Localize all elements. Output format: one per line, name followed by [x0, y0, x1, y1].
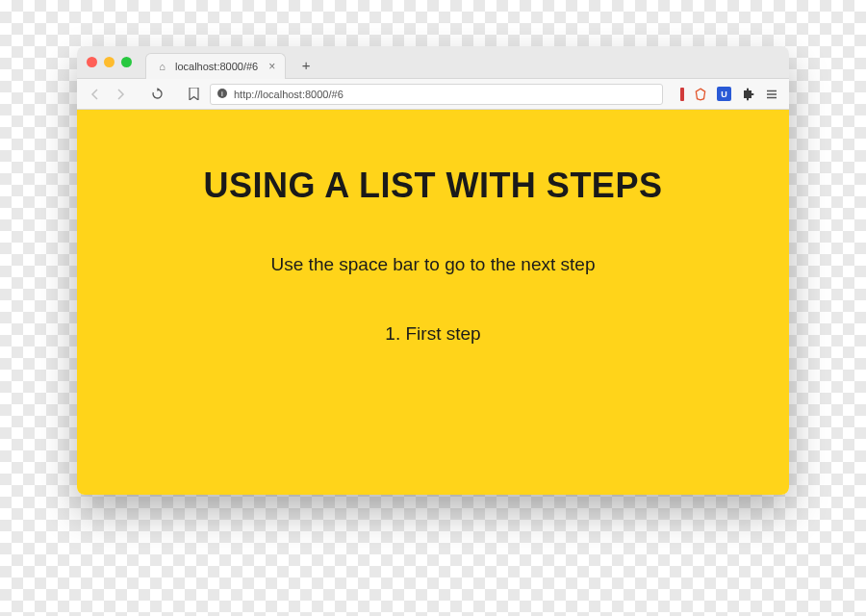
title-bar: ⌂ localhost:8000/#6 × + [77, 46, 789, 79]
page-content: USING A LIST WITH STEPS Use the space ba… [77, 110, 789, 495]
extensions-icon[interactable] [740, 87, 755, 102]
url-text: http://localhost:8000/#6 [234, 89, 656, 100]
site-info-icon[interactable]: i [216, 88, 228, 101]
forward-button[interactable] [112, 86, 129, 103]
back-button[interactable] [87, 86, 104, 103]
svg-rect-2 [680, 88, 684, 101]
toolbar-right: U [680, 87, 779, 102]
url-bar[interactable]: i http://localhost:8000/#6 [210, 84, 663, 105]
ublock-icon[interactable]: U [717, 87, 731, 101]
tab-close-icon[interactable]: × [268, 60, 275, 73]
browser-window: ⌂ localhost:8000/#6 × + i http://localho… [77, 46, 789, 495]
favicon-icon: ⌂ [156, 60, 168, 72]
reload-button[interactable] [148, 86, 166, 103]
ublock-label: U [721, 90, 727, 99]
maximize-window-icon[interactable] [121, 57, 132, 67]
toolbar: i http://localhost:8000/#6 U [77, 79, 789, 110]
slide-subtitle: Use the space bar to go to the next step [271, 254, 596, 275]
step-number: 1. [385, 323, 400, 344]
svg-text:i: i [221, 90, 223, 98]
bookmark-button[interactable] [185, 86, 202, 103]
menu-icon[interactable] [764, 87, 779, 102]
slide-step: 1. First step [385, 323, 480, 345]
new-tab-button[interactable]: + [295, 55, 317, 76]
step-text: First step [406, 323, 481, 344]
brave-icon[interactable] [693, 87, 708, 102]
minimize-window-icon[interactable] [104, 57, 115, 67]
close-window-icon[interactable] [87, 57, 97, 67]
browser-tab[interactable]: ⌂ localhost:8000/#6 × [145, 53, 286, 79]
traffic-lights [87, 57, 132, 67]
slide-heading: USING A LIST WITH STEPS [204, 166, 663, 206]
shield-icon[interactable] [680, 87, 684, 102]
tab-title: localhost:8000/#6 [175, 61, 258, 72]
